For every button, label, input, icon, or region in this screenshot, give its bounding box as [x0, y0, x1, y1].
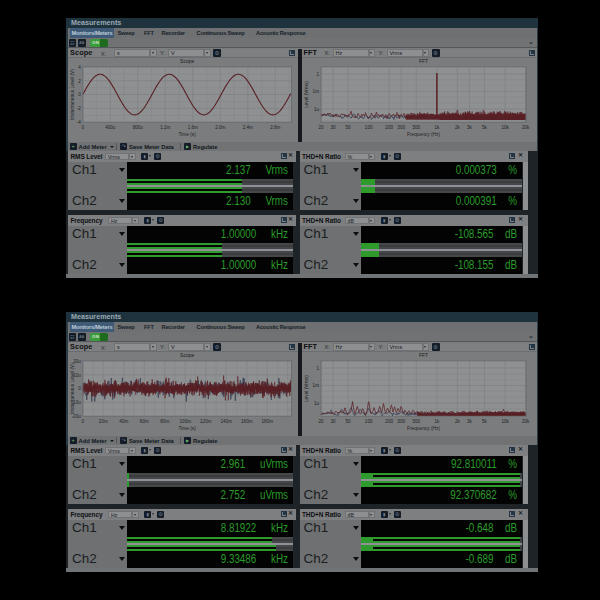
svg-text:100m: 100m [180, 418, 192, 423]
svg-text:50: 50 [345, 418, 351, 423]
svg-text:5k: 5k [482, 124, 488, 129]
svg-text:0: 0 [78, 92, 81, 97]
svg-text:20m: 20m [99, 418, 108, 423]
svg-text:FFT: FFT [418, 352, 427, 358]
svg-text:0: 0 [82, 418, 85, 423]
svg-text:80m: 80m [160, 418, 169, 423]
svg-text:200: 200 [385, 418, 393, 423]
svg-text:Frequency (Hz): Frequency (Hz) [406, 425, 439, 430]
svg-text:800u: 800u [133, 124, 144, 129]
svg-text:40m: 40m [119, 418, 128, 423]
svg-text:400u: 400u [105, 124, 116, 129]
svg-text:3k: 3k [466, 124, 472, 129]
svg-text:10k: 10k [501, 124, 509, 129]
svg-text:Level (Vrms): Level (Vrms) [304, 374, 309, 401]
svg-text:500: 500 [412, 418, 420, 423]
svg-text:120m: 120m [200, 418, 212, 423]
svg-text:1m: 1m [312, 89, 319, 94]
svg-text:500: 500 [412, 124, 420, 129]
svg-text:1: 1 [316, 365, 319, 370]
svg-text:2.4m: 2.4m [243, 124, 253, 129]
svg-text:50: 50 [345, 124, 351, 129]
svg-text:Scope: Scope [180, 58, 194, 64]
svg-text:5k: 5k [482, 418, 488, 423]
svg-text:20: 20 [318, 124, 324, 129]
svg-text:2.8m: 2.8m [270, 124, 280, 129]
svg-text:140m: 140m [221, 418, 233, 423]
svg-text:100: 100 [364, 418, 372, 423]
svg-text:30: 30 [330, 124, 336, 129]
svg-text:20k: 20k [521, 124, 529, 129]
svg-text:160m: 160m [241, 418, 253, 423]
svg-text:1k: 1k [434, 418, 440, 423]
svg-text:1u: 1u [313, 400, 319, 405]
svg-text:2: 2 [78, 78, 81, 83]
svg-text:1.2m: 1.2m [160, 124, 170, 129]
svg-text:10u: 10u [73, 372, 81, 377]
svg-text:FFT: FFT [418, 58, 427, 64]
svg-text:1: 1 [316, 71, 319, 76]
svg-text:Scope: Scope [180, 352, 194, 358]
svg-text:60m: 60m [140, 418, 149, 423]
svg-text:2k: 2k [454, 418, 460, 423]
svg-text:30: 30 [330, 418, 336, 423]
svg-text:3k: 3k [466, 418, 472, 423]
svg-text:20k: 20k [521, 418, 529, 423]
svg-text:Level (Vrms): Level (Vrms) [304, 80, 309, 107]
svg-text:20u: 20u [73, 358, 81, 363]
svg-text:Frequency (Hz): Frequency (Hz) [406, 131, 439, 136]
svg-text:-2: -2 [77, 106, 82, 111]
svg-text:300: 300 [397, 124, 405, 129]
svg-text:1.6m: 1.6m [188, 124, 198, 129]
svg-text:1k: 1k [434, 124, 440, 129]
svg-text:1u: 1u [313, 106, 319, 111]
svg-text:0: 0 [82, 124, 85, 129]
svg-text:100: 100 [364, 124, 372, 129]
svg-text:1m: 1m [312, 383, 319, 388]
svg-text:Instantaneous Level (V): Instantaneous Level (V) [71, 68, 76, 119]
svg-text:200: 200 [385, 124, 393, 129]
svg-text:4: 4 [78, 64, 81, 69]
svg-text:2.0m: 2.0m [215, 124, 225, 129]
svg-text:2k: 2k [454, 124, 460, 129]
svg-text:300: 300 [397, 418, 405, 423]
svg-text:-20u: -20u [72, 414, 82, 419]
svg-text:-10u: -10u [72, 400, 82, 405]
svg-text:20: 20 [318, 418, 324, 423]
svg-text:10k: 10k [501, 418, 509, 423]
svg-text:180m: 180m [262, 418, 274, 423]
svg-text:0: 0 [78, 386, 81, 391]
svg-text:Time (s): Time (s) [178, 131, 196, 136]
svg-text:Instantaneous Level (V): Instantaneous Level (V) [71, 362, 76, 413]
svg-text:Time (s): Time (s) [178, 425, 196, 430]
